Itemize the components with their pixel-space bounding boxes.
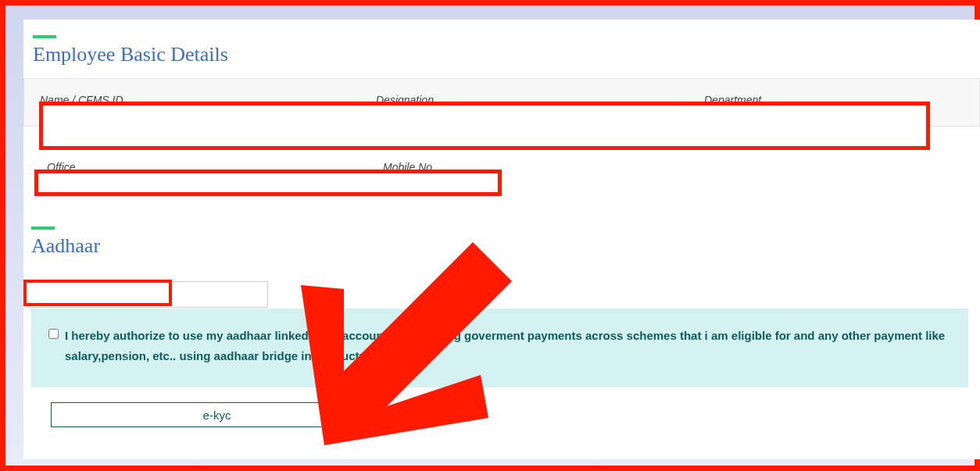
employee-section-title: Employee Basic Details [33,43,980,66]
aadhaar-section-title: Aadhaar [31,234,980,258]
aadhaar-section-header: Aadhaar [31,227,980,258]
highlight-box-employee-row [39,102,930,150]
section-accent-bar [33,35,56,38]
ekyc-button[interactable]: e-kyc [51,402,383,427]
highlight-box-office-row [34,169,502,196]
highlight-box-aadhaar-input [23,280,172,306]
consent-box: I hereby authorize to use my aadhaar lin… [31,309,968,387]
ekyc-button-label: e-kyc [203,409,231,422]
section-accent-bar [31,227,55,230]
employee-section-header: Employee Basic Details [33,35,980,66]
consent-checkbox[interactable] [48,329,59,339]
consent-text: I hereby authorize to use my aadhaar lin… [65,326,951,366]
